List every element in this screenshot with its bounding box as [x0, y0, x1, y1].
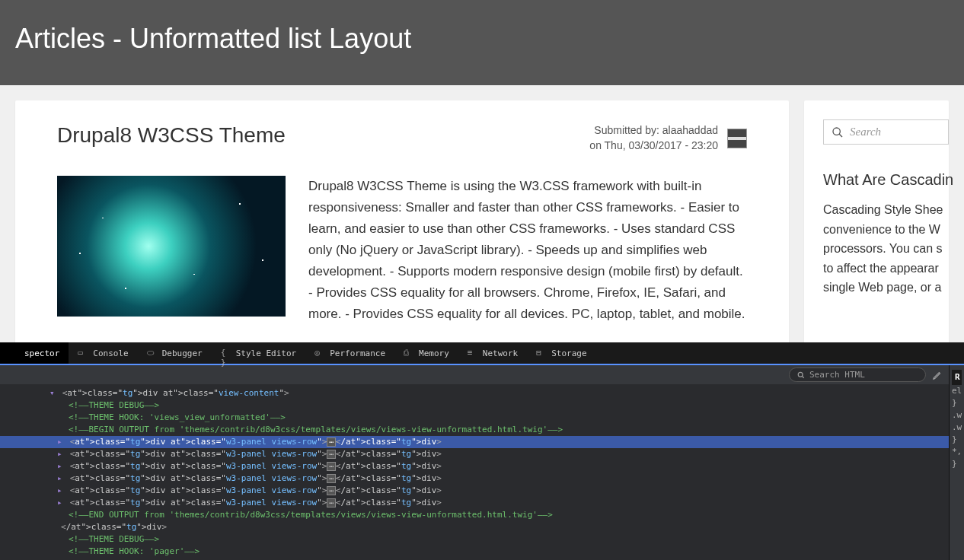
devtools-tab-spector[interactable]: spector — [0, 342, 69, 364]
article-header: Drupal8 W3CSS Theme Submitted by: alaaha… — [57, 123, 747, 153]
sidebar-block-text: Cascading Style Sheeconvenience to the W… — [823, 200, 949, 298]
devtools-tab-memory[interactable]: ⎙Memory — [394, 342, 458, 364]
avatar[interactable] — [727, 129, 747, 148]
article-text: Drupal8 W3CSS Theme is using the W3.CSS … — [308, 176, 747, 325]
page-body: Drupal8 W3CSS Theme Submitted by: alaaha… — [0, 85, 964, 364]
svg-point-0 — [833, 128, 840, 135]
devtools-tab-console[interactable]: ▭Console — [69, 342, 137, 364]
devtools-tabs: spector▭Console⬭Debugger{ }Style Editor◎… — [0, 342, 964, 364]
sidebar-block-title: What Are Cascadin — [823, 171, 949, 189]
page-header: Articles - Unformatted list Layout — [0, 0, 964, 85]
svg-line-1 — [839, 134, 842, 137]
devtools-panel: spector▭Console⬭Debugger{ }Style Editor◎… — [0, 342, 964, 364]
article-title[interactable]: Drupal8 W3CSS Theme — [57, 123, 286, 148]
sidebar: Search What Are Cascadin Cascading Style… — [804, 100, 949, 348]
main-content: Drupal8 W3CSS Theme Submitted by: alaaha… — [15, 100, 789, 348]
search-icon — [832, 126, 844, 138]
article-image[interactable] — [57, 176, 286, 317]
devtools-tab-network[interactable]: ≡Network — [458, 342, 527, 364]
submitted-date: on Thu, 03/30/2017 - 23:20 — [589, 138, 718, 154]
devtools-tab-debugger[interactable]: ⬭Debugger — [138, 342, 212, 364]
devtools-tab-performance[interactable]: ◎Performance — [305, 342, 394, 364]
submitted-by: Submitted by: alaahaddad — [589, 123, 718, 138]
article-meta: Submitted by: alaahaddad on Thu, 03/30/2… — [589, 123, 747, 153]
page-title: Articles - Unformatted list Layout — [15, 23, 949, 55]
devtools-tab-style-editor[interactable]: { }Style Editor — [212, 342, 305, 364]
devtools-tab-storage[interactable]: ⊟Storage — [527, 342, 595, 364]
search-input[interactable]: Search — [823, 119, 949, 145]
article-body: Drupal8 W3CSS Theme is using the W3.CSS … — [57, 176, 747, 325]
